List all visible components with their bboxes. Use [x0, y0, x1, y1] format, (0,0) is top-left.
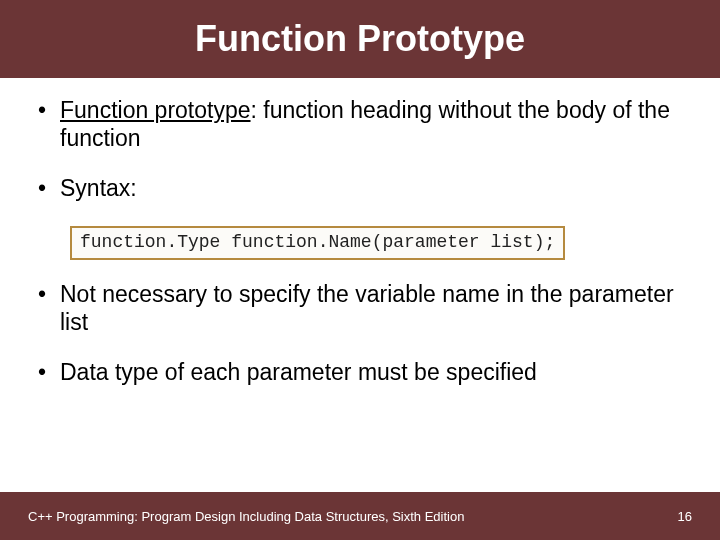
footer-bar: C++ Programming: Program Design Includin… [0, 492, 720, 540]
footer-left: C++ Programming: Program Design Includin… [28, 509, 464, 524]
bullet-item: • Not necessary to specify the variable … [38, 280, 682, 336]
bullet-item: • Data type of each parameter must be sp… [38, 358, 682, 386]
bullet-text: Syntax: [60, 174, 682, 202]
bullet-item: • Function prototype: function heading w… [38, 96, 682, 152]
bullet-marker: • [38, 174, 60, 202]
bullet-marker: • [38, 280, 60, 336]
page-number: 16 [678, 509, 692, 524]
bullet-item: • Syntax: [38, 174, 682, 202]
slide: Function Prototype • Function prototype:… [0, 0, 720, 540]
slide-title: Function Prototype [195, 18, 525, 60]
bullet-marker: • [38, 96, 60, 152]
bullet-text: Function prototype: function heading wit… [60, 96, 682, 152]
defined-term: Function prototype [60, 97, 251, 123]
content-area: • Function prototype: function heading w… [0, 78, 720, 540]
bullet-text: Data type of each parameter must be spec… [60, 358, 682, 386]
syntax-code-box: function.Type function.Name(parameter li… [70, 226, 565, 260]
bullet-marker: • [38, 358, 60, 386]
bullet-text: Not necessary to specify the variable na… [60, 280, 682, 336]
title-bar: Function Prototype [0, 0, 720, 78]
